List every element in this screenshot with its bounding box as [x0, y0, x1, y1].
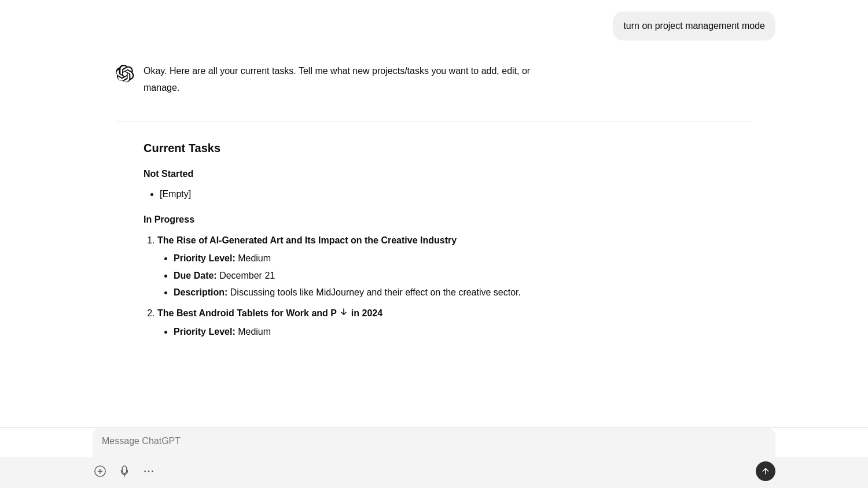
description-value: Discussing tools like MidJourney and the… [230, 287, 521, 297]
svg-point-2 [144, 471, 146, 472]
send-button[interactable] [756, 461, 775, 481]
task-2-details: Priority Level: Medium [157, 324, 752, 341]
not-started-list: [Empty] [144, 187, 752, 202]
task-1-duedate: Due Date: December 21 [174, 268, 752, 283]
assistant-text-line1: Okay. Here are all your current tasks. T… [144, 64, 775, 79]
task-2-title: The Best Android Tablets for Work and P [157, 308, 337, 318]
assistant-content: Okay. Here are all your current tasks. T… [144, 64, 775, 98]
svg-point-3 [148, 471, 150, 472]
svg-point-4 [152, 471, 153, 472]
category-in-progress: In Progress [144, 212, 752, 227]
bottom-bar [0, 427, 868, 488]
section-divider [116, 121, 752, 121]
task-item-2: The Best Android Tablets for Work and P … [157, 306, 752, 341]
task-2-arrow-icon [339, 307, 348, 316]
task-item-1: The Rise of AI-Generated Art and Its Imp… [157, 233, 752, 300]
chat-area: turn on project management mode Okay. He… [0, 0, 868, 488]
task-2-priority: Priority Level: Medium [174, 324, 752, 339]
task-1-description: Description: Discussing tools like MidJo… [174, 285, 752, 300]
task-2-priority-label: Priority Level: [174, 327, 236, 337]
user-message-row: turn on project management mode [0, 0, 868, 52]
assistant-text-line2: manage. [144, 80, 775, 95]
bottom-toolbar [0, 457, 868, 488]
attach-icon[interactable] [93, 464, 108, 479]
tasks-title: Current Tasks [144, 139, 752, 157]
user-bubble: turn on project management mode [613, 12, 775, 40]
tools-icon[interactable] [141, 464, 156, 479]
not-started-item: [Empty] [160, 187, 752, 202]
assistant-message-row: Okay. Here are all your current tasks. T… [0, 52, 868, 109]
toolbar-left [93, 464, 156, 479]
task-2-title-suffix: in 2024 [351, 308, 382, 318]
in-progress-list: The Rise of AI-Generated Art and Its Imp… [144, 233, 752, 341]
duedate-value: December 21 [219, 271, 275, 280]
tasks-section: Current Tasks Not Started [Empty] In Pro… [0, 133, 868, 358]
task-1-priority: Priority Level: Medium [174, 251, 752, 266]
task-1-title: The Rise of AI-Generated Art and Its Imp… [157, 235, 457, 245]
assistant-avatar [116, 65, 134, 83]
description-label: Description: [174, 287, 227, 297]
message-input[interactable] [102, 436, 766, 446]
input-container[interactable] [93, 428, 775, 457]
priority-value: Medium [238, 253, 271, 263]
category-not-started: Not Started [144, 167, 752, 182]
priority-label: Priority Level: [174, 253, 236, 263]
task-1-details: Priority Level: Medium Due Date: Decembe… [157, 251, 752, 300]
user-message-text: turn on project management mode [623, 21, 765, 31]
task-2-priority-value: Medium [238, 327, 271, 337]
duedate-label: Due Date: [174, 271, 217, 280]
voice-icon[interactable] [117, 464, 132, 479]
